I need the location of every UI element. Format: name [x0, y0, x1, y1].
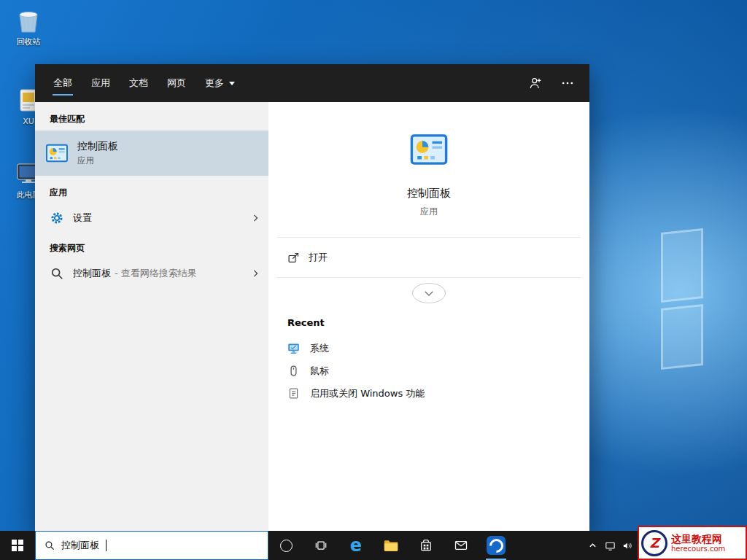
volume-icon: [622, 540, 634, 552]
expand-row: [268, 278, 589, 306]
web-search-query: 控制面板: [73, 268, 111, 279]
tray-show-hidden-button[interactable]: [584, 531, 601, 560]
edge-button[interactable]: e: [338, 531, 374, 560]
system-icon: [287, 342, 300, 354]
taskbar: 控制面板 e: [0, 531, 747, 560]
watermark-logo-letter: Z: [649, 535, 659, 551]
tab-label: 网页: [167, 77, 186, 90]
store-icon: [419, 538, 433, 553]
recycle-bin-icon: [14, 6, 43, 35]
watermark: Z 这里教程网 herecours.com: [638, 526, 747, 560]
tab-label: 应用: [91, 77, 110, 90]
search-input-value: 控制面板: [61, 539, 99, 552]
chevron-right-icon: [253, 214, 258, 222]
folder-icon: [383, 537, 399, 553]
text-caret: [106, 540, 107, 551]
wallpaper-light-pane: [661, 228, 703, 303]
watermark-title: 这里教程网: [671, 533, 725, 545]
task-view-icon: [314, 538, 328, 553]
account-button[interactable]: [522, 70, 549, 96]
recent-title: Recent: [287, 317, 570, 328]
tray-volume-button[interactable]: [619, 531, 636, 560]
recent-section: Recent 系统: [268, 306, 589, 412]
recent-item-label: 鼠标: [310, 365, 329, 378]
person-icon: [528, 76, 543, 90]
web-search-item-label: 控制面板- 查看网络搜索结果: [73, 267, 253, 280]
best-match-item[interactable]: 控制面板 应用: [35, 131, 268, 176]
task-view-button[interactable]: [303, 531, 338, 560]
watermark-text: 这里教程网 herecours.com: [671, 533, 725, 553]
recent-item-mouse[interactable]: 鼠标: [287, 359, 570, 382]
chevron-up-icon: [589, 542, 597, 548]
desktop-icon-label: XU: [23, 117, 34, 126]
recent-item-label: 系统: [310, 342, 329, 355]
recent-item-system[interactable]: 系统: [287, 337, 570, 359]
options-button[interactable]: [554, 70, 581, 96]
tab-label: 文档: [129, 77, 148, 90]
mail-button[interactable]: [444, 531, 479, 560]
display-icon: [604, 540, 616, 552]
ellipsis-icon: [560, 76, 575, 90]
web-section-label: 搜索网页: [35, 231, 268, 260]
control-panel-icon-large: [409, 130, 449, 169]
mail-icon: [454, 538, 468, 553]
windows-logo-icon: [12, 540, 23, 551]
preview-pane: 控制面板 应用 打开 Recent: [268, 102, 589, 531]
preview-subtitle: 应用: [420, 206, 438, 218]
expand-button[interactable]: [412, 283, 446, 303]
apps-section-label: 应用: [35, 176, 268, 204]
best-match-text: 控制面板 应用: [77, 140, 118, 166]
watermark-logo: Z: [641, 530, 667, 556]
preview-summary: 控制面板 应用: [268, 102, 589, 237]
preview-title: 控制面板: [407, 187, 451, 201]
open-action-label: 打开: [309, 251, 328, 264]
file-explorer-button[interactable]: [374, 531, 409, 560]
tab-all[interactable]: 全部: [44, 64, 82, 102]
search-results: 最佳匹配 控制面板 应用: [35, 102, 589, 531]
cortana-icon: [280, 540, 293, 552]
open-icon: [287, 252, 300, 264]
edge-icon: e: [350, 537, 362, 554]
open-action[interactable]: 打开: [268, 238, 589, 277]
search-icon: [50, 266, 64, 281]
desktop-icon-recycle-bin[interactable]: 回收站: [1, 6, 55, 47]
tab-label: 更多: [205, 77, 224, 90]
best-match-title: 控制面板: [77, 140, 118, 153]
tab-documents[interactable]: 文档: [120, 64, 158, 102]
gear-icon: [50, 211, 64, 225]
pinned-app-button[interactable]: [479, 531, 514, 560]
cortana-button[interactable]: [268, 531, 303, 560]
watermark-url: herecours.com: [671, 545, 725, 553]
control-panel-icon: [45, 141, 69, 165]
header-actions: [522, 70, 589, 96]
tab-apps[interactable]: 应用: [82, 64, 120, 102]
document-icon: [287, 387, 300, 400]
tab-more[interactable]: 更多: [196, 64, 244, 102]
wallpaper-light-pane: [661, 304, 703, 370]
start-button[interactable]: [0, 531, 35, 560]
store-button[interactable]: [409, 531, 444, 560]
tab-label: 全部: [53, 77, 72, 90]
chevron-down-icon: [424, 290, 434, 297]
recent-item-label: 启用或关闭 Windows 功能: [310, 387, 425, 400]
chevron-right-icon: [253, 269, 258, 278]
desktop-icon-label: 回收站: [17, 36, 41, 47]
settings-item-label: 设置: [73, 211, 253, 225]
taskbar-search-box[interactable]: 控制面板: [35, 531, 268, 560]
mouse-icon: [287, 365, 300, 377]
search-flyout: 全部 应用 文档 网页 更多: [35, 64, 589, 531]
recent-item-windows-features[interactable]: 启用或关闭 Windows 功能: [287, 382, 570, 405]
best-match-section-label: 最佳匹配: [35, 102, 268, 131]
settings-item[interactable]: 设置: [35, 204, 268, 231]
pinned-app-icon: [487, 536, 506, 555]
results-list: 最佳匹配 控制面板 应用: [35, 102, 268, 531]
web-search-item[interactable]: 控制面板- 查看网络搜索结果: [35, 260, 268, 287]
search-icon: [44, 540, 55, 551]
web-search-suffix: - 查看网络搜索结果: [115, 268, 197, 279]
chevron-down-icon: [229, 82, 235, 85]
tab-web[interactable]: 网页: [158, 64, 196, 102]
best-match-subtitle: 应用: [77, 155, 118, 166]
tray-display-button[interactable]: [601, 531, 619, 560]
search-header: 全部 应用 文档 网页 更多: [35, 64, 589, 102]
